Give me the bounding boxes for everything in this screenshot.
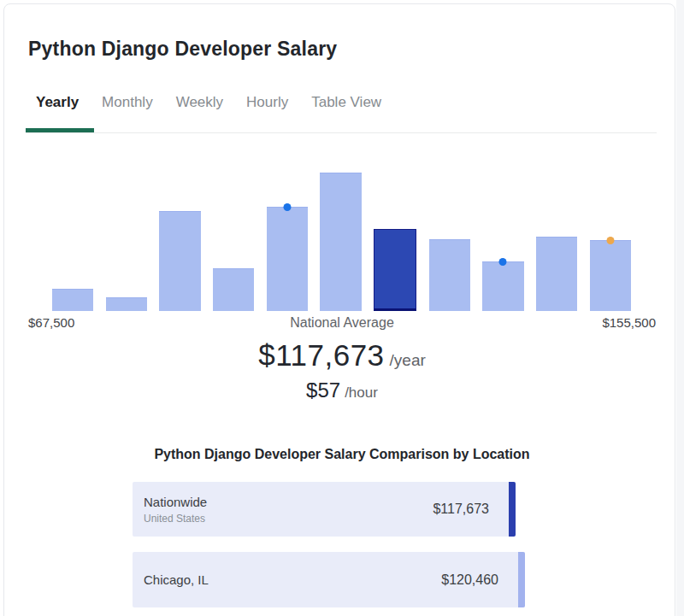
comparison-title: Python Django Developer Salary Compariso… bbox=[0, 447, 684, 462]
location-salary-value: $120,460 bbox=[441, 572, 498, 588]
location-name: Nationwide bbox=[144, 495, 207, 509]
location-row-nationwide[interactable]: NationwideUnited States$117,673 bbox=[133, 482, 516, 537]
page-gutter bbox=[676, 0, 684, 616]
tab-yearly[interactable]: Yearly bbox=[26, 93, 89, 112]
national-average-label: National Average bbox=[28, 315, 656, 331]
tab-hourly[interactable]: Hourly bbox=[236, 93, 298, 112]
location-salary-value: $117,673 bbox=[433, 502, 489, 517]
location-row-chicago-il[interactable]: Chicago, IL$120,460 bbox=[133, 552, 525, 607]
salary-bar[interactable] bbox=[429, 239, 470, 311]
salary-bar[interactable] bbox=[267, 207, 308, 311]
salary-bar[interactable] bbox=[52, 289, 93, 311]
page-title: Python Django Developer Salary bbox=[28, 38, 337, 61]
blue-marker-dot bbox=[283, 203, 291, 211]
national-average-figures: $117,673/year $57/hour bbox=[28, 338, 656, 402]
average-hourly-unit: /hour bbox=[345, 384, 378, 401]
location-sublabel: United States bbox=[144, 513, 207, 525]
tab-weekly[interactable]: Weekly bbox=[166, 93, 233, 112]
salary-bar-national-average[interactable] bbox=[374, 229, 416, 311]
tab-monthly[interactable]: Monthly bbox=[91, 93, 163, 112]
salary-bar[interactable] bbox=[106, 297, 147, 311]
location-comparison-list: NationwideUnited States$117,673Chicago, … bbox=[133, 482, 525, 616]
axis-max-label: $155,500 bbox=[602, 315, 656, 330]
average-yearly-unit: /year bbox=[390, 351, 426, 369]
location-name-block: NationwideUnited States bbox=[144, 495, 207, 525]
average-yearly: $117,673/year bbox=[28, 338, 656, 373]
bar-end-cap bbox=[518, 552, 525, 607]
salary-bar[interactable] bbox=[590, 240, 631, 311]
salary-bar[interactable] bbox=[213, 268, 254, 311]
location-name-block: Chicago, IL bbox=[144, 572, 209, 587]
salary-bar[interactable] bbox=[320, 173, 361, 311]
salary-bar[interactable] bbox=[482, 261, 523, 311]
average-yearly-value: $117,673 bbox=[258, 338, 384, 372]
salary-bar[interactable] bbox=[159, 211, 200, 311]
tab-table-view[interactable]: Table View bbox=[301, 93, 392, 112]
average-hourly-value: $57 bbox=[306, 378, 340, 402]
orange-marker-dot bbox=[606, 237, 614, 244]
bar-end-cap bbox=[509, 482, 516, 537]
location-name: Chicago, IL bbox=[144, 572, 209, 587]
salary-distribution-chart bbox=[52, 173, 631, 311]
average-hourly: $57/hour bbox=[28, 378, 656, 402]
tabbar-divider bbox=[26, 132, 657, 133]
blue-marker-dot bbox=[499, 258, 507, 266]
salary-bar[interactable] bbox=[536, 237, 577, 311]
active-tab-underline bbox=[26, 128, 94, 132]
chart-axis-labels: $67,500 National Average $155,500 bbox=[28, 315, 656, 331]
period-tabbar: YearlyMonthlyWeeklyHourlyTable View bbox=[26, 93, 392, 112]
